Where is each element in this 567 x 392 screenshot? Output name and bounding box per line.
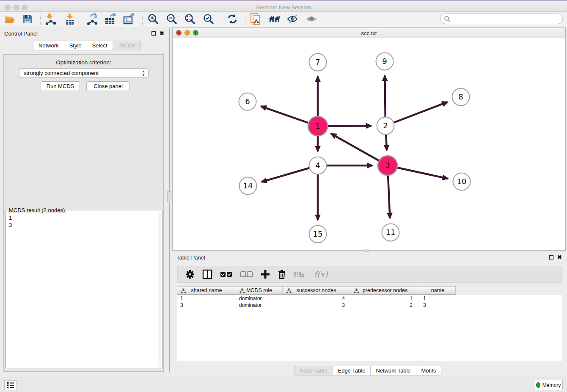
- table-header-row: shared name MCDS role successor nodes: [177, 286, 456, 295]
- close-table-panel-icon[interactable]: ✖: [557, 255, 562, 259]
- table-tabs: Node Table Edge Table Network Table Moti…: [294, 366, 441, 375]
- checked-boxes-icon: [220, 271, 233, 277]
- table-panel-title: Table Panel: [176, 254, 205, 261]
- zoom-fit-button[interactable]: [182, 13, 198, 25]
- tab-style[interactable]: Style: [64, 41, 87, 50]
- network-window: × − + scc.txt 7968124314101511: [172, 28, 566, 251]
- tab-select[interactable]: Select: [87, 41, 113, 50]
- zoom-selected-button[interactable]: [201, 13, 217, 25]
- network-file-icon: [250, 13, 262, 25]
- network-view-title: scc.txt: [173, 30, 565, 36]
- show-all-button[interactable]: [303, 13, 319, 25]
- hide-selected-button[interactable]: [285, 13, 301, 25]
- import-network-button[interactable]: [43, 13, 59, 25]
- table-settings-button[interactable]: [185, 270, 195, 279]
- network-graph-canvas[interactable]: 7968124314101511: [173, 38, 565, 250]
- import-table-button[interactable]: [62, 13, 78, 25]
- export-table-icon: [105, 13, 116, 25]
- show-columns-button[interactable]: [202, 269, 212, 279]
- panel-divider-handle[interactable]: [167, 191, 171, 202]
- delete-table-icon: [294, 271, 306, 278]
- criterion-select[interactable]: strongly connected component ▲▼: [19, 68, 149, 78]
- sitemap-icon: [239, 288, 245, 293]
- control-panel-title: Control Panel: [4, 30, 38, 37]
- save-icon: [22, 14, 33, 24]
- optimization-criterion-label: Optimization criterion:: [4, 59, 163, 66]
- home-button[interactable]: [267, 13, 283, 25]
- zoom-fit-icon: [184, 14, 195, 25]
- export-network-icon: [86, 13, 98, 25]
- memory-button[interactable]: Memory: [534, 380, 563, 390]
- close-panel-button[interactable]: Close panel: [86, 81, 130, 91]
- memory-status-icon: [536, 382, 540, 388]
- task-history-button[interactable]: [4, 380, 17, 390]
- float-panel-icon[interactable]: [151, 31, 156, 36]
- export-image-button[interactable]: [121, 13, 137, 25]
- function-builder-button[interactable]: f(x): [314, 270, 328, 279]
- open-file-button[interactable]: [2, 13, 18, 25]
- column-header-name[interactable]: name: [420, 287, 456, 294]
- control-panel: Control Panel ✖ Network Style Select MCD…: [0, 28, 168, 373]
- search-box[interactable]: [440, 14, 563, 24]
- tab-motifs[interactable]: Motifs: [416, 366, 442, 375]
- tab-edge-table[interactable]: Edge Table: [333, 366, 371, 375]
- export-network-button[interactable]: [84, 13, 100, 25]
- graph-node-label-9: 9: [382, 57, 387, 66]
- save-session-button[interactable]: [19, 13, 36, 25]
- graph-node-label-3: 3: [385, 161, 390, 170]
- sitemap-icon: [354, 288, 359, 293]
- graph-node-label-1: 1: [315, 121, 320, 130]
- new-network-button[interactable]: [248, 13, 264, 25]
- status-bar: Memory: [0, 378, 567, 392]
- deselect-all-button[interactable]: [240, 271, 253, 277]
- graph-node-label-4: 4: [315, 161, 320, 170]
- plus-icon: [261, 270, 270, 279]
- column-header-mcds-role[interactable]: MCDS role: [236, 287, 283, 294]
- run-mcds-button[interactable]: Run MCDS: [41, 81, 80, 91]
- graph-node-label-15: 15: [313, 229, 323, 238]
- select-spinner-icon: ▲▼: [142, 69, 145, 77]
- sitemap-icon: [181, 288, 186, 293]
- apply-layout-button[interactable]: [224, 13, 240, 25]
- float-table-panel-icon[interactable]: [549, 255, 553, 259]
- table-row[interactable]: 1 dominator 4 1 1: [177, 295, 562, 302]
- graph-node-label-6: 6: [245, 97, 250, 106]
- zoom-in-icon: [148, 14, 159, 25]
- column-header-shared-name[interactable]: shared name: [177, 287, 236, 294]
- import-network-icon: [45, 13, 57, 25]
- delete-column-button[interactable]: [278, 270, 286, 279]
- mcds-result-title: MCDS result (2 nodes): [8, 207, 66, 213]
- column-header-successor-nodes[interactable]: successor nodes: [283, 287, 350, 294]
- table-row[interactable]: 3 dominator 3 2 3: [177, 302, 562, 309]
- delete-table-button[interactable]: [294, 271, 306, 278]
- main-toolbar: [0, 12, 567, 26]
- tab-network-table[interactable]: Network Table: [371, 366, 416, 375]
- trash-icon: [278, 270, 286, 279]
- add-column-button[interactable]: [261, 270, 270, 279]
- horizontal-divider-handle[interactable]: [364, 249, 369, 252]
- graph-node-label-14: 14: [243, 181, 253, 190]
- columns-icon: [202, 269, 212, 279]
- home-icon: [268, 14, 281, 24]
- search-input[interactable]: [451, 16, 556, 22]
- zoom-in-button[interactable]: [145, 13, 161, 25]
- graph-edge-2-8[interactable]: [385, 102, 448, 126]
- criterion-value: strongly connected component: [24, 70, 99, 76]
- search-icon: [444, 16, 451, 22]
- control-panel-tabs: Network Style Select MCDS: [33, 41, 141, 50]
- import-table-icon: [64, 13, 75, 25]
- column-header-predecessor-nodes[interactable]: predecessor nodes: [350, 287, 420, 294]
- zoom-out-icon: [166, 14, 177, 25]
- close-panel-icon[interactable]: ✖: [160, 31, 164, 36]
- open-folder-icon: [4, 14, 16, 24]
- export-table-button[interactable]: [102, 13, 118, 25]
- tab-node-table[interactable]: Node Table: [294, 366, 333, 375]
- graph-node-label-8: 8: [458, 92, 463, 101]
- graph-node-label-10: 10: [457, 177, 467, 186]
- result-scrollbar[interactable]: [158, 213, 162, 367]
- refresh-icon: [227, 14, 238, 25]
- tab-mcds[interactable]: MCDS: [114, 41, 141, 50]
- zoom-out-button[interactable]: [164, 13, 180, 25]
- tab-network[interactable]: Network: [33, 41, 64, 50]
- select-all-button[interactable]: [220, 271, 233, 277]
